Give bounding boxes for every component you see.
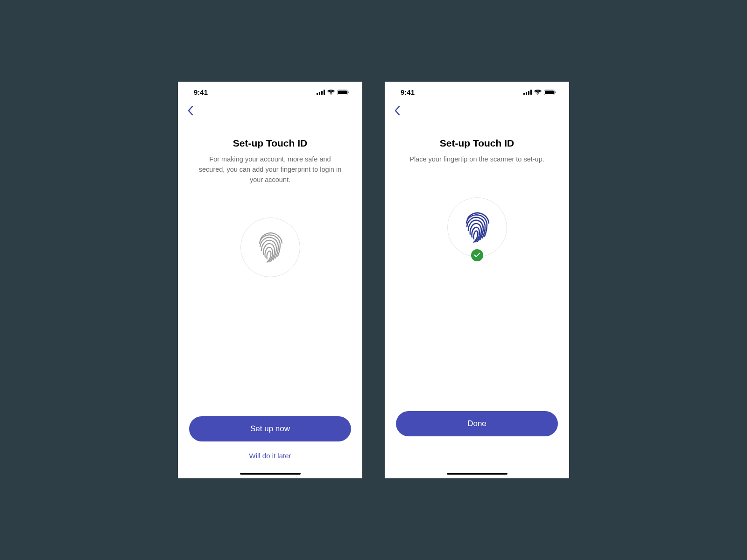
battery-icon: [337, 90, 349, 95]
svg-rect-0: [317, 93, 318, 95]
chevron-left-icon: [187, 105, 193, 116]
svg-rect-7: [523, 93, 525, 95]
page-title: Set-up Touch ID: [440, 138, 514, 149]
svg-rect-6: [348, 91, 349, 93]
content-area: Set-up Touch ID For making your account,…: [178, 119, 362, 416]
page-subtitle: Place your fingertip on the scanner to s…: [409, 154, 544, 165]
svg-rect-2: [321, 91, 323, 95]
status-time: 9:41: [194, 88, 208, 96]
cellular-icon: [523, 90, 532, 95]
svg-rect-5: [338, 91, 347, 94]
fingerprint-target[interactable]: [447, 197, 507, 257]
cellular-icon: [317, 90, 325, 95]
svg-rect-13: [555, 91, 556, 93]
svg-rect-8: [526, 92, 527, 95]
status-time: 9:41: [401, 88, 415, 96]
home-indicator[interactable]: [240, 473, 301, 475]
status-icons: [317, 90, 349, 95]
svg-rect-10: [530, 90, 532, 95]
phone-screen-a: 9:41 Set-up Touch ID For making your acc…: [178, 82, 362, 478]
bottom-section: Done: [385, 411, 569, 478]
svg-rect-3: [324, 90, 325, 95]
later-link[interactable]: Will do it later: [249, 452, 291, 460]
fingerprint-icon: [256, 231, 285, 264]
svg-rect-9: [528, 91, 529, 95]
page-subtitle: For making your account, more safe and s…: [198, 154, 343, 185]
success-checkmark-icon: [471, 249, 483, 261]
nav-bar: [178, 99, 362, 119]
back-button[interactable]: [187, 105, 193, 119]
svg-rect-1: [319, 92, 320, 95]
content-area: Set-up Touch ID Place your fingertip on …: [385, 119, 569, 411]
home-indicator[interactable]: [447, 473, 507, 475]
status-bar: 9:41: [178, 82, 362, 99]
back-button[interactable]: [394, 105, 400, 119]
bottom-section: Set up now Will do it later: [178, 416, 362, 478]
fingerprint-target[interactable]: [240, 217, 300, 277]
done-button[interactable]: Done: [396, 411, 558, 436]
battery-icon: [544, 90, 556, 95]
svg-rect-12: [545, 91, 554, 94]
status-bar: 9:41: [385, 82, 569, 99]
setup-now-button[interactable]: Set up now: [189, 416, 351, 441]
phone-screen-b: 9:41 Set-up Touch ID Place your fingerti…: [385, 82, 569, 478]
chevron-left-icon: [394, 105, 400, 116]
wifi-icon: [327, 90, 335, 95]
wifi-icon: [534, 90, 542, 95]
page-title: Set-up Touch ID: [233, 138, 307, 149]
nav-bar: [385, 99, 569, 119]
status-icons: [523, 90, 556, 95]
fingerprint-icon: [463, 211, 492, 244]
